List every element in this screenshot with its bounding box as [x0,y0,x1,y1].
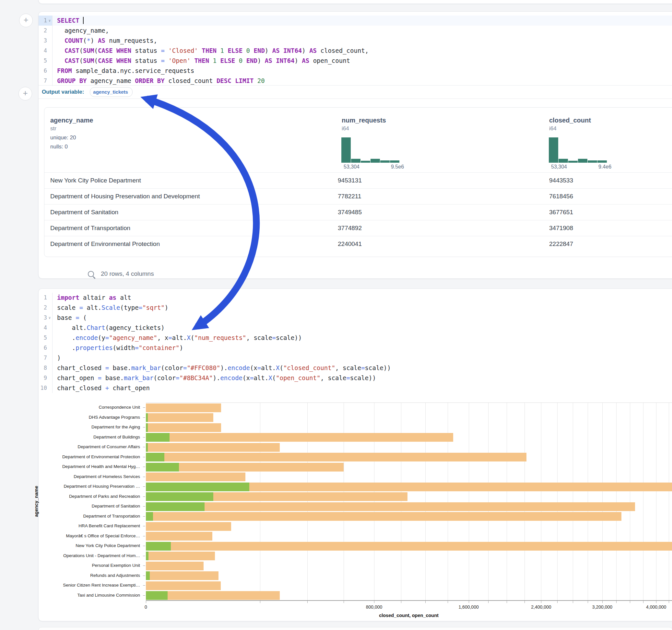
y-axis-tick [143,556,145,556]
line-number: 2 [39,26,47,35]
closed-count-bar [146,552,215,560]
next-cell-edge [38,627,672,630]
x-axis-tick [448,601,448,603]
python-code-editor[interactable]: 1import altair as alt2scale = alt.Scale(… [39,293,672,393]
column-stat-nulls: nulls: 0 [50,144,326,150]
line-number: 6 [39,66,47,76]
histogram-bar [370,159,380,163]
output-variable-label: Output variable: [42,89,84,95]
add-cell-button-output[interactable]: + [19,87,32,100]
table-cell: Department of Sanitation [50,209,118,216]
histogram-bar [380,161,390,163]
code-line: 4 alt.Chart(agency_tickets) [39,323,672,333]
y-axis-tick [143,417,145,418]
y-axis-tick [143,576,145,576]
gridline [448,403,448,601]
gridline [307,403,308,601]
code-line: 2 agency_name, [39,26,672,35]
gridline [469,403,469,601]
table-cell: 7618456 [549,193,573,200]
num-requests-histogram [341,137,400,163]
gridline [541,403,542,601]
y-axis-label: Department of Health and Mental Hyg… [0,462,140,472]
y-axis-label: New York City Police Department [0,541,140,551]
code-line: 7) [39,353,672,363]
line-number: 4 [39,323,47,333]
code-line: 7GROUP BY agency_name ORDER BY closed_co… [39,76,672,86]
histogram-max-label: 9.4e6 [598,164,611,170]
code-line: 3 COUNT(*) AS num_requests, [39,35,672,46]
x-axis-tick-label: 0 [145,604,147,610]
gridline [588,403,588,601]
column-name: agency_name [50,117,326,124]
gridline [401,403,401,601]
histogram-bar [361,161,370,163]
table-row[interactable]: Department of Environmental Protection22… [44,236,672,252]
code-line: 3∨base = ( [39,313,672,323]
table-row[interactable]: Department of Housing Preservation and D… [44,188,672,204]
chevron-spacer [47,293,52,303]
x-axis-tick [656,601,656,603]
gridline [374,403,375,601]
open-count-bar [146,542,171,551]
x-axis-tick-label: 2,400,000 [531,604,551,610]
open-count-bar [146,463,179,471]
x-axis-tick [573,601,573,603]
add-cell-button-top[interactable]: + [19,14,33,27]
code-line: 1import altair as alt [39,293,672,303]
x-axis-tick [669,601,669,603]
previous-cell-edge [38,0,672,4]
histogram-bar [390,161,399,163]
column-header-agency-name: agency_name str unique: 20 nulls: 0 [50,107,326,172]
y-axis-label: Department of Parks and Recreation [0,492,140,502]
gridline [488,403,488,601]
table-row[interactable]: Department of Sanitation37494853677651 [44,204,672,220]
code-line: 9chart_open = base.mark_bar(color="#8BC3… [39,373,672,383]
open-count-bar [146,492,213,501]
closed-count-bar [146,472,245,481]
collapse-chevron-icon[interactable]: ∨ [47,313,52,323]
y-axis-tick [143,486,145,487]
x-axis-tick [525,601,525,603]
table-cell: 3749485 [338,209,362,216]
notebook-page: + + 1∨SELECT 2 agency_name,3 COUNT(*) AS… [0,0,672,630]
chevron-spacer [47,76,52,86]
closed-count-bar [146,502,635,511]
table-cell: 7782211 [338,193,361,200]
x-axis-tick [643,601,644,603]
y-axis-label: Department of Sanitation [0,501,140,511]
closed-count-bar [146,562,203,571]
closed-count-histogram [549,137,607,163]
y-axis-tick [143,407,145,408]
table-cell: 2240041 [338,240,362,248]
histogram-bar [578,159,587,163]
table-row[interactable]: Department of Transportation377489234719… [44,220,672,236]
x-axis-tick [630,601,630,603]
output-variable-row: Output variable: agency_tickets [39,85,672,99]
chevron-spacer [47,56,52,66]
sql-code-editor[interactable]: 1∨SELECT 2 agency_name,3 COUNT(*) AS num… [39,16,672,86]
y-axis-label: Department for the Aging [0,422,140,432]
y-axis-label: Taxi and Limousine Commission [0,590,140,601]
y-axis-tick [143,427,145,428]
search-icon[interactable] [88,271,94,277]
histogram-bar [597,161,607,163]
table-row[interactable]: New York City Police Department945313194… [44,172,672,189]
x-axis-tick [469,601,469,603]
x-axis-tick-label: 800,000 [366,604,383,610]
line-number: 5 [39,333,47,343]
table-cell: Department of Environmental Protection [50,240,160,248]
line-number: 9 [39,373,47,383]
histogram-bar [549,138,558,163]
collapse-chevron-icon[interactable]: ∨ [47,16,52,26]
chevron-spacer [47,363,52,373]
gridline [525,403,525,601]
line-number: 6 [39,343,47,353]
y-axis-tick [143,447,145,447]
histogram-bar [351,159,360,163]
output-variable-pill[interactable]: agency_tickets [90,87,133,97]
y-axis-label: DHS Advantage Programs [0,413,140,422]
sql-cell: 1∨SELECT 2 agency_name,3 COUNT(*) AS num… [38,11,672,279]
column-stat-unique: unique: 20 [50,135,326,141]
closed-count-bar [146,571,218,580]
